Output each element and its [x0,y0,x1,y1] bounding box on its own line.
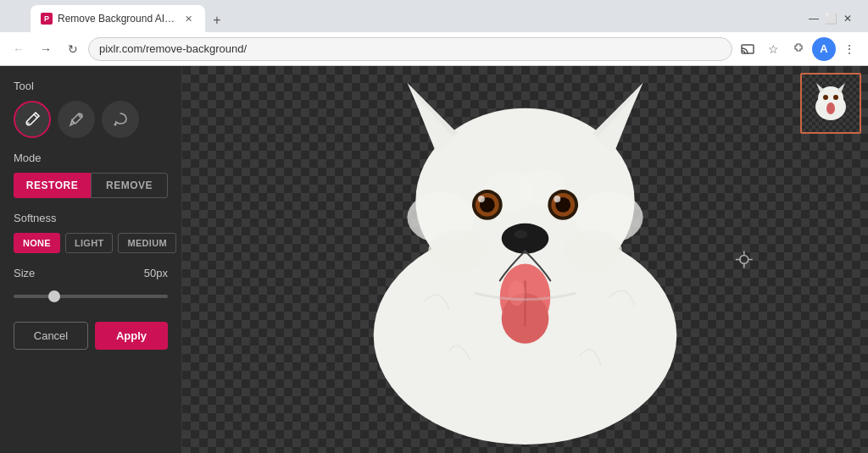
back-button[interactable]: ← [7,37,31,61]
browser-titlebar: P Remove Background AI image ✕ + — ⬜ ✕ [0,0,868,32]
left-panel: Tool [0,66,182,453]
svg-point-24 [428,230,487,273]
browser-chrome: P Remove Background AI image ✕ + — ⬜ ✕ ←… [0,0,868,66]
svg-point-18 [515,230,528,239]
action-buttons-group: Cancel Apply [14,322,168,350]
eyedropper-tool-button[interactable] [58,101,95,138]
cast-button[interactable] [736,37,760,61]
svg-point-25 [563,230,622,273]
size-label: Size [14,267,35,279]
forward-button[interactable]: → [34,37,58,61]
crosshair-icon [736,251,753,268]
bookmark-star-button[interactable]: ☆ [761,37,785,61]
tab-close-button[interactable]: ✕ [181,12,195,25]
mode-section: Mode RESTORE REMOVE [14,152,168,198]
restore-mode-button[interactable]: RESTORE [14,173,91,198]
maximize-button[interactable]: ⬜ [824,12,837,25]
softness-label: Softness [14,212,168,224]
tool-label: Tool [14,80,168,92]
lasso-tool-button[interactable] [102,101,139,138]
svg-point-15 [478,196,485,202]
apply-button[interactable]: Apply [95,322,168,350]
more-options-button[interactable]: ⋮ [837,37,861,61]
softness-medium-button[interactable]: MEDIUM [118,233,175,253]
svg-point-30 [740,256,748,264]
thumbnail-image [802,75,860,132]
new-tab-button[interactable]: + [205,8,229,32]
browser-toolbar: ← → ↻ ☆ A ⋮ [0,32,868,66]
softness-buttons-group: NONE LIGHT MEDIUM [14,233,168,253]
window-controls: — ⬜ ✕ [807,12,854,25]
tab-title: Remove Background AI image [58,13,176,25]
softness-section: Softness NONE LIGHT MEDIUM [14,212,168,253]
canvas-image[interactable] [182,66,868,453]
canvas-area[interactable] [182,66,868,453]
svg-point-1 [26,122,30,125]
app-content: Tool [0,66,868,453]
profile-button[interactable]: A [812,37,836,61]
close-button[interactable]: ✕ [841,12,854,25]
svg-point-40 [833,95,838,100]
softness-none-button[interactable]: NONE [14,233,60,253]
refresh-button[interactable]: ↻ [61,37,85,61]
tool-buttons-group [14,101,168,138]
minimize-button[interactable]: — [807,12,821,25]
address-bar[interactable] [88,37,732,61]
size-slider[interactable] [14,295,168,298]
active-tab[interactable]: P Remove Background AI image ✕ [31,5,205,32]
remove-mode-button[interactable]: REMOVE [91,173,168,198]
svg-point-42 [826,102,835,114]
svg-point-39 [823,95,828,100]
brush-tool-button[interactable] [14,101,51,138]
mode-buttons-group: RESTORE REMOVE [14,173,168,198]
svg-point-3 [114,124,117,126]
svg-point-17 [502,224,549,254]
size-section: Size 50px [14,267,168,301]
softness-light-button[interactable]: LIGHT [65,233,114,253]
svg-point-21 [509,280,526,306]
mode-label: Mode [14,152,168,164]
size-value-display: 50px [144,267,168,279]
thumbnail-preview [800,73,861,134]
extensions-button[interactable] [787,37,810,61]
tab-favicon: P [41,13,53,25]
cancel-button[interactable]: Cancel [14,322,88,350]
svg-point-16 [554,196,560,202]
